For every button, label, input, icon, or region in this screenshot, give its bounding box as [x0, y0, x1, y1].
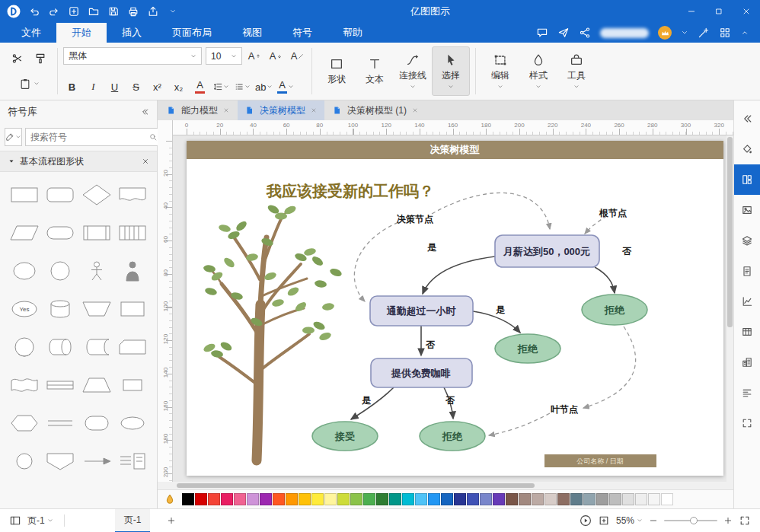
- shape-small-rect[interactable]: [117, 368, 150, 402]
- text-style-button[interactable]: A: [276, 78, 294, 95]
- fit-page-icon[interactable]: [598, 514, 610, 527]
- color-swatch[interactable]: [557, 493, 570, 505]
- page-overview-icon[interactable]: [9, 514, 21, 527]
- share-icon[interactable]: [579, 27, 591, 39]
- shape-internal-storage[interactable]: [117, 216, 150, 250]
- send-plane-icon[interactable]: [557, 27, 570, 39]
- doc-tab-0[interactable]: 能力模型: [159, 100, 237, 120]
- label-root-node[interactable]: 根节点: [599, 208, 627, 218]
- font-color-button[interactable]: A: [191, 78, 209, 95]
- text-tool-button[interactable]: 文本: [356, 46, 394, 96]
- color-swatch[interactable]: [622, 493, 634, 505]
- menu-item-symbols[interactable]: 符号: [277, 23, 327, 43]
- color-swatch[interactable]: [480, 493, 492, 505]
- color-swatch[interactable]: [428, 493, 440, 505]
- strikethrough-button[interactable]: S: [127, 78, 145, 95]
- shape-process[interactable]: [117, 292, 150, 326]
- color-swatch[interactable]: [273, 493, 285, 505]
- close-tab-icon[interactable]: [311, 107, 317, 113]
- zoom-in-button[interactable]: [723, 516, 733, 525]
- shape-cylinder[interactable]: [44, 292, 78, 326]
- fill-format-icon[interactable]: [734, 134, 760, 164]
- print-icon[interactable]: [123, 2, 143, 21]
- shape-circle[interactable]: [44, 254, 78, 288]
- expand-arrows-icon[interactable]: [734, 408, 760, 438]
- node-salary[interactable]: 月薪达到50，000元: [495, 235, 599, 267]
- shape-person-solid[interactable]: [117, 254, 150, 288]
- layout-panel-icon[interactable]: [734, 164, 760, 195]
- color-swatch[interactable]: [311, 493, 324, 505]
- highlight-button[interactable]: ab: [255, 78, 273, 95]
- color-swatch[interactable]: [609, 493, 621, 505]
- color-swatch[interactable]: [260, 493, 272, 505]
- menu-item-home[interactable]: 开始: [56, 23, 107, 43]
- color-swatch[interactable]: [337, 493, 350, 505]
- bullet-list-button[interactable]: [234, 78, 251, 95]
- connector-tool-button[interactable]: 连接线: [394, 46, 432, 96]
- node-coffee[interactable]: 提供免费咖啡: [371, 358, 472, 387]
- doc-tab-2[interactable]: 决策树模型 (1): [325, 100, 426, 120]
- format-painter-icon[interactable]: [32, 50, 49, 67]
- image-panel-icon[interactable]: [734, 195, 760, 225]
- line-spacing-button[interactable]: [212, 78, 230, 95]
- color-swatch[interactable]: [402, 493, 414, 505]
- increase-font-button[interactable]: A: [246, 48, 263, 65]
- tools-button[interactable]: 工具: [557, 46, 596, 96]
- shape-tool-button[interactable]: 形状: [318, 46, 356, 96]
- shape-hexagon[interactable]: [8, 406, 41, 440]
- menu-item-page-layout[interactable]: 页面布局: [157, 23, 227, 43]
- shape-divided-bar[interactable]: [44, 368, 78, 402]
- font-family-select[interactable]: 黑体: [63, 47, 202, 65]
- outline-list-icon[interactable]: [734, 377, 760, 408]
- color-swatch[interactable]: [389, 493, 401, 505]
- menu-item-file[interactable]: 文件: [6, 23, 56, 43]
- color-swatch[interactable]: [648, 493, 660, 505]
- color-swatch[interactable]: [596, 493, 608, 505]
- vip-crown-badge[interactable]: [658, 26, 672, 40]
- zoom-out-button[interactable]: [649, 516, 658, 525]
- node-reject-right[interactable]: 拒绝: [582, 295, 647, 325]
- shape-stored-data[interactable]: [80, 330, 113, 364]
- username-redacted[interactable]: [600, 28, 649, 38]
- app-logo-icon[interactable]: [5, 2, 23, 21]
- vertical-scrollbar[interactable]: [726, 135, 733, 482]
- edge-label-yes[interactable]: 是: [496, 304, 506, 315]
- open-folder-icon[interactable]: [84, 2, 104, 21]
- account-chevron-icon[interactable]: [681, 29, 688, 37]
- color-swatch[interactable]: [234, 493, 246, 505]
- canvas-area[interactable]: 决策树模型 我应该接受新的工作吗？: [173, 135, 733, 482]
- menu-item-view[interactable]: 视图: [227, 23, 277, 43]
- color-swatch[interactable]: [182, 493, 194, 505]
- edit-tool-button[interactable]: 编辑: [481, 46, 519, 96]
- menu-item-insert[interactable]: 插入: [107, 23, 157, 43]
- color-swatch[interactable]: [493, 493, 505, 505]
- color-swatch[interactable]: [247, 493, 259, 505]
- color-swatch[interactable]: [376, 493, 388, 505]
- present-button[interactable]: [580, 514, 592, 527]
- color-swatch[interactable]: [286, 493, 298, 505]
- shape-oval[interactable]: [117, 406, 150, 440]
- label-decision-node[interactable]: 决策节点: [397, 214, 433, 225]
- color-swatch[interactable]: [570, 493, 583, 505]
- maximize-button[interactable]: [705, 0, 733, 23]
- save-icon[interactable]: [104, 2, 123, 21]
- bold-button[interactable]: B: [63, 78, 81, 95]
- shape-pentagon-down[interactable]: [44, 444, 78, 478]
- shape-diamond[interactable]: [80, 178, 113, 212]
- color-swatch[interactable]: [467, 493, 479, 505]
- superscript-button[interactable]: x²: [148, 78, 166, 95]
- shape-arc-circle[interactable]: [8, 330, 41, 364]
- style-tool-button[interactable]: 样式: [519, 46, 557, 96]
- document-page[interactable]: 决策树模型 我应该接受新的工作吗？: [187, 141, 723, 476]
- layers-panel-icon[interactable]: [734, 225, 760, 256]
- close-section-icon[interactable]: [142, 158, 149, 165]
- page-tab[interactable]: 页-1: [115, 509, 151, 532]
- expand-panel-chevrons-icon[interactable]: [734, 104, 760, 134]
- color-swatch[interactable]: [221, 493, 233, 505]
- shape-trapezoid[interactable]: [80, 368, 113, 402]
- shape-rounded-box[interactable]: [80, 406, 113, 440]
- new-document-icon[interactable]: [64, 2, 84, 21]
- color-swatch[interactable]: [635, 493, 647, 505]
- collapse-ribbon-icon[interactable]: [740, 28, 749, 37]
- shape-stadium[interactable]: [44, 216, 78, 250]
